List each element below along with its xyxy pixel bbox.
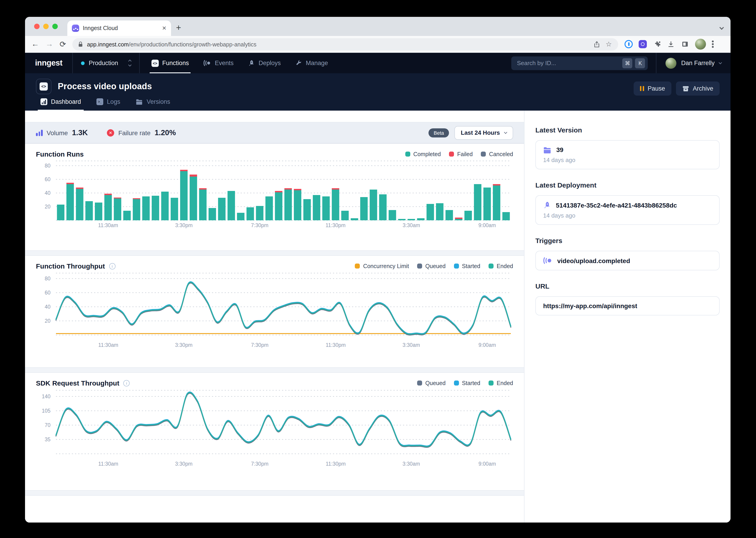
- nav-item-events[interactable]: Events: [196, 53, 241, 73]
- concurrency-swatch: [355, 264, 360, 269]
- latest-deployment-id: 5141387e-35c2-4efe-a421-4843b86258dc: [556, 201, 677, 209]
- events-icon: [203, 60, 211, 67]
- svg-text:3:30pm: 3:30pm: [175, 461, 193, 467]
- nav-item-functions[interactable]: <> Functions: [144, 53, 196, 73]
- user-avatar: [666, 58, 677, 69]
- browser-menu-icon[interactable]: [712, 41, 714, 48]
- search-field[interactable]: [517, 60, 620, 67]
- address-bar[interactable]: app.inngest.com/env/production/functions…: [72, 38, 618, 50]
- tab-close-icon[interactable]: ✕: [162, 25, 166, 31]
- pause-icon: [640, 86, 644, 91]
- svg-text:105: 105: [42, 408, 51, 414]
- svg-text:7:30pm: 7:30pm: [251, 342, 268, 348]
- svg-text:3:30am: 3:30am: [402, 222, 420, 228]
- function-throughput-legend: Concurrency Limit Queued Started Ended: [355, 263, 513, 269]
- chevron-down-icon: [504, 131, 507, 134]
- latest-version-time: 14 days ago: [543, 157, 712, 163]
- rocket-icon: [543, 201, 551, 209]
- svg-text:11:30am: 11:30am: [98, 222, 118, 228]
- failure-rate-stat: ✕ Failure rate 1.20%: [107, 128, 176, 137]
- zoom-window-button[interactable]: [52, 24, 58, 29]
- bookmark-star-icon[interactable]: ☆: [605, 40, 613, 48]
- browser-profile-avatar[interactable]: [695, 39, 706, 50]
- latest-version-card: 39 14 days ago: [535, 140, 720, 169]
- completed-swatch: [405, 152, 410, 157]
- svg-text:40: 40: [45, 190, 51, 196]
- browser-tab[interactable]: Inngest Cloud ✕: [67, 21, 171, 36]
- sdk-throughput-title: SDK Request Throughput: [36, 379, 119, 387]
- wrench-icon: [296, 60, 302, 67]
- latest-deployment-time: 14 days ago: [543, 212, 712, 219]
- started-swatch: [454, 264, 459, 269]
- sdk-throughput-legend: Queued Started Ended: [417, 380, 513, 386]
- url-host: app.inngest.com: [87, 41, 129, 48]
- sidebar-toggle-icon[interactable]: [681, 40, 689, 48]
- browser-window: Inngest Cloud ✕ + ← → ⟳ app.inngest.com/…: [25, 17, 731, 522]
- failure-rate-value: 1.20%: [155, 128, 176, 137]
- reload-icon[interactable]: ⟳: [60, 39, 66, 49]
- charts-column: Volume 1.3K ✕ Failure rate 1.20% Beta La…: [25, 111, 524, 522]
- tab-search-chevron-icon[interactable]: [720, 23, 723, 31]
- puzzle-extensions-icon[interactable]: [653, 40, 661, 48]
- minimize-window-button[interactable]: [43, 24, 49, 29]
- app-navbar: inngest Production <> Functions Events: [25, 53, 731, 73]
- tab-dashboard[interactable]: Dashboard: [36, 98, 85, 111]
- latest-deployment-card: 5141387e-35c2-4efe-a421-4843b86258dc 14 …: [535, 195, 720, 225]
- k-key-badge: K: [635, 58, 645, 68]
- svg-text:80: 80: [45, 163, 51, 169]
- sdk-throughput-line-chart: 357010514011:30am3:30pm7:30pm11:30pm3:30…: [36, 389, 513, 467]
- back-icon[interactable]: ←: [31, 40, 39, 49]
- svg-text:60: 60: [45, 176, 51, 182]
- latest-version-value: 39: [556, 146, 563, 153]
- forward-icon[interactable]: →: [45, 40, 53, 49]
- function-runs-bar-chart: 2040608011:30am3:30pm7:30pm11:30pm3:30am…: [36, 160, 513, 229]
- canceled-swatch: [481, 152, 486, 157]
- svg-text:80: 80: [45, 276, 51, 282]
- pause-button[interactable]: Pause: [634, 81, 671, 96]
- tab-versions[interactable]: Versions: [131, 98, 175, 111]
- function-throughput-title: Function Throughput: [36, 262, 105, 270]
- url-path: /env/production/functions/growth-webapp-…: [129, 41, 256, 48]
- svg-text:11:30pm: 11:30pm: [325, 222, 346, 228]
- archive-button[interactable]: Archive: [676, 81, 720, 96]
- nav-item-deploys[interactable]: Deploys: [241, 53, 288, 73]
- tab-logs[interactable]: >_ Logs: [92, 98, 125, 111]
- latest-version-heading: Latest Version: [535, 126, 720, 134]
- close-window-button[interactable]: [34, 24, 40, 29]
- user-name: Dan Farrelly: [681, 60, 715, 67]
- info-icon[interactable]: i: [123, 380, 130, 386]
- url-heading: URL: [535, 282, 720, 290]
- svg-text:60: 60: [45, 290, 51, 296]
- svg-text:20: 20: [45, 204, 51, 210]
- browser-toolbar: ← → ⟳ app.inngest.com/env/production/fun…: [25, 36, 731, 53]
- url-card: https://my-app.com/api/inngest: [535, 296, 720, 315]
- environment-switcher[interactable]: Production: [73, 53, 139, 73]
- svg-text:11:30am: 11:30am: [98, 461, 118, 467]
- failure-x-icon: ✕: [107, 129, 114, 136]
- user-menu[interactable]: Dan Farrelly: [656, 53, 731, 73]
- queued-swatch: [417, 264, 422, 269]
- folder-icon: [543, 146, 551, 153]
- volume-stat: Volume 1.3K: [36, 128, 88, 137]
- svg-text:11:30am: 11:30am: [98, 342, 118, 348]
- trigger-card: video/upload.completed: [535, 251, 720, 270]
- function-runs-panel: Function Runs Completed Failed Canceled …: [25, 143, 524, 251]
- onepassword-icon[interactable]: [625, 40, 633, 48]
- svg-text:35: 35: [45, 437, 51, 442]
- search-input[interactable]: ⌘ K: [511, 56, 648, 70]
- svg-text:3:30pm: 3:30pm: [175, 342, 193, 348]
- beta-badge: Beta: [429, 128, 449, 137]
- new-tab-button[interactable]: +: [176, 21, 181, 34]
- purple-extension-icon[interactable]: [639, 40, 647, 48]
- svg-text:9:00am: 9:00am: [478, 222, 496, 228]
- queued-swatch: [417, 381, 422, 386]
- time-range-dropdown[interactable]: Last 24 Hours: [454, 126, 513, 139]
- svg-text:40: 40: [45, 304, 51, 310]
- info-icon[interactable]: i: [109, 263, 115, 269]
- function-type-icon: <>: [36, 79, 51, 94]
- share-icon[interactable]: [593, 40, 601, 48]
- inngest-logo[interactable]: inngest: [25, 53, 72, 73]
- downloads-icon[interactable]: [667, 40, 675, 48]
- nav-item-manage[interactable]: Manage: [288, 53, 336, 73]
- cmd-key-badge: ⌘: [623, 58, 633, 68]
